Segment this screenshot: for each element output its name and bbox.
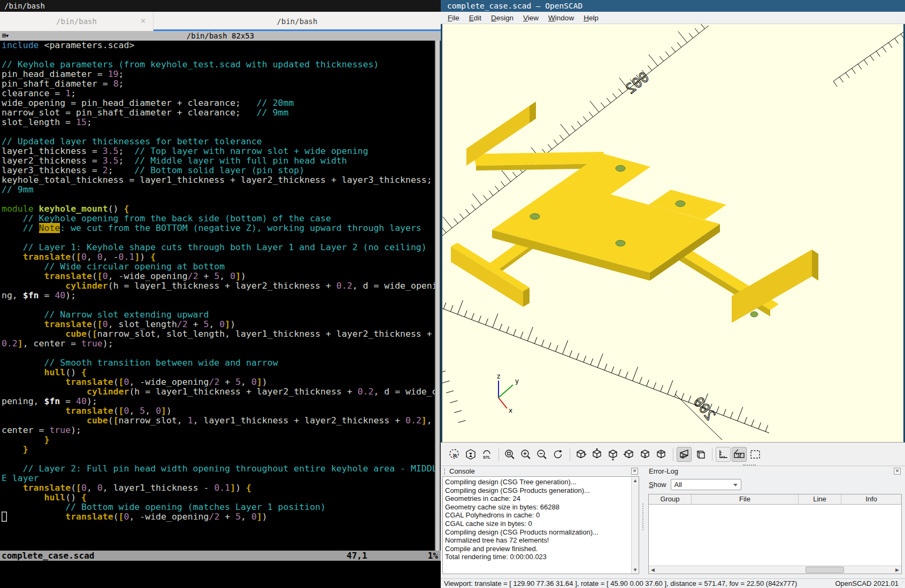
errorlog-panel: Error-Log ✕ Show All Group File Line Inf… [646, 466, 903, 576]
chevron-down-icon [733, 484, 738, 486]
scroll-up-icon[interactable]: ▲ [632, 477, 639, 484]
reset-view-button[interactable] [550, 447, 565, 462]
menu-file[interactable]: File [443, 13, 464, 23]
view-front-button[interactable] [638, 447, 653, 462]
console-line: CGAL Polyhedrons in cache: 0 [443, 511, 639, 520]
viewport-info: Viewport: translate = [ 129.90 77.36 31.… [444, 579, 797, 588]
errorlog-table-header: Group File Line Info [649, 494, 901, 505]
tab-label: /bin/bash [277, 17, 318, 26]
dock-grip-icon[interactable] [444, 468, 446, 475]
terminal-window: /bin/bash /bin/bash × /bin/bash ⊞▾ /bin/… [0, 0, 441, 588]
menu-edit[interactable]: Edit [464, 13, 486, 23]
vim-editor-screen[interactable]: include <parameters.scad> // Keyhole par… [0, 41, 441, 551]
console-line: CGAL cache size in bytes: 0 [443, 520, 639, 528]
bottom-panels: Console ✕ Compiling design (CSG Tree gen… [441, 466, 905, 576]
menu-window[interactable]: Window [543, 13, 579, 23]
console-close-icon[interactable]: ✕ [631, 468, 638, 475]
render-button[interactable] [463, 447, 478, 462]
console-output[interactable]: Compiling design (CSG Tree generation)..… [442, 476, 639, 574]
menu-design[interactable]: Design [486, 13, 518, 23]
y-axis-label: y [515, 377, 519, 385]
filter-value: All [674, 481, 682, 489]
resize-grip-icon[interactable]: ⋰ [900, 578, 904, 587]
x-axis-line [498, 398, 507, 408]
ruler-label-y: 002 [623, 69, 652, 97]
menu-help[interactable]: Help [579, 13, 603, 23]
column-line[interactable]: Line [799, 494, 841, 504]
view-right-button[interactable] [573, 447, 588, 462]
terminal-size-bar: ⊞▾ /bin/bash 82x53 [0, 31, 441, 41]
vim-scroll-percent: 1% [428, 551, 438, 561]
console-line: Geometries in cache: 24 [443, 494, 639, 503]
errorlog-close-icon[interactable]: ✕ [894, 468, 901, 475]
vim-statusline: complete_case.scad 47,1 1% [0, 551, 441, 561]
svg-text:STL: STL [483, 455, 491, 460]
errorlog-hscrollbar[interactable]: ◀ ▶ [649, 566, 901, 574]
openscad-window: complete_case.scad — OpenSCAD FileEditDe… [441, 0, 905, 588]
measure-distance-button[interactable]: 10 [732, 447, 747, 462]
view-top-button[interactable] [589, 447, 604, 462]
terminal-tab-inactive[interactable]: /bin/bash × [0, 12, 154, 31]
tab-close-icon[interactable]: × [141, 16, 145, 26]
menu-view[interactable]: View [518, 13, 543, 23]
console-line: Total rendering time: 0:00:00.023 [443, 553, 639, 561]
show-label: Show [649, 481, 666, 489]
ruler-label-x: 200 [691, 394, 719, 423]
zoom-out-button[interactable] [534, 447, 549, 462]
errorlog-filter-select[interactable]: All [671, 479, 741, 490]
vim-cursor-position: 47,1 [347, 551, 367, 561]
tab-label: /bin/bash [56, 17, 97, 26]
svg-text:»: » [452, 450, 457, 459]
errorlog-title: Error-Log [649, 467, 678, 475]
zoom-in-button[interactable] [518, 447, 533, 462]
hscroll-thumb[interactable] [806, 567, 844, 573]
view-all-button[interactable] [748, 447, 763, 462]
menu-bar: FileEditDesignViewWindowHelp [441, 12, 905, 24]
terminal-scrollbar-thumb[interactable] [436, 41, 439, 551]
toolbar-separator [498, 448, 499, 461]
window-grid-icon[interactable]: ⊞▾ [2, 31, 9, 41]
console-scrollbar[interactable]: ▲ ▼ [631, 477, 639, 574]
errorlog-header: Error-Log ✕ [646, 466, 903, 476]
zoom-all-button[interactable] [502, 447, 517, 462]
terminal-titlebar: /bin/bash [0, 0, 441, 12]
console-line: Compiling design (CSG Tree generation)..… [443, 478, 639, 486]
z-axis-label: z [497, 373, 500, 380]
console-line: Compile and preview finished. [443, 545, 639, 553]
show-scale-markers-button[interactable] [716, 447, 731, 462]
console-panel: Console ✕ Compiling design (CSG Tree gen… [441, 466, 640, 576]
scroll-down-icon[interactable]: ▼ [632, 566, 639, 574]
version-info: OpenSCAD 2021.01 [835, 579, 899, 588]
console-lines: Compiling design (CSG Tree generation)..… [443, 477, 639, 561]
view-bottom-button[interactable] [605, 447, 620, 462]
viewport-toolbar: » STL [441, 443, 905, 466]
toolbar-separator [570, 448, 570, 461]
column-file[interactable]: File [692, 494, 799, 504]
console-header: Console ✕ [441, 466, 640, 476]
terminal-tab-active[interactable]: /bin/bash [154, 12, 441, 31]
scroll-right-icon[interactable]: ▶ [893, 566, 901, 574]
y-axis-line [498, 385, 513, 398]
view-back-button[interactable] [654, 447, 669, 462]
column-info[interactable]: Info [841, 494, 901, 504]
console-line: Normalized tree has 72 elements! [443, 536, 639, 545]
axis-indicator [498, 381, 513, 408]
errorlog-table: Group File Line Info ◀ ▶ [648, 494, 902, 574]
column-group[interactable]: Group [649, 494, 692, 504]
perspective-button[interactable] [677, 447, 692, 462]
console-line: Compiling design (CSG Products generatio… [443, 486, 639, 495]
openscad-titlebar: complete_case.scad — OpenSCAD [441, 0, 905, 12]
errorlog-filter-row: Show All [649, 479, 741, 490]
vim-code-text: include <parameters.scad> // Keyhole par… [2, 41, 441, 522]
vim-filename: complete_case.scad [2, 551, 94, 561]
view-left-button[interactable] [622, 447, 636, 462]
preview-button[interactable]: » [447, 447, 462, 462]
x-axis-label: x [509, 407, 512, 414]
scroll-left-icon[interactable]: ◀ [649, 566, 657, 574]
orthogonal-button[interactable] [693, 447, 708, 462]
export-stl-button[interactable]: STL [479, 447, 494, 462]
3d-viewport[interactable]: 002 200 [441, 24, 905, 443]
toolbar-separator [673, 448, 673, 461]
panel-splitter[interactable] [640, 466, 646, 576]
terminal-scrollbar[interactable] [435, 41, 440, 551]
